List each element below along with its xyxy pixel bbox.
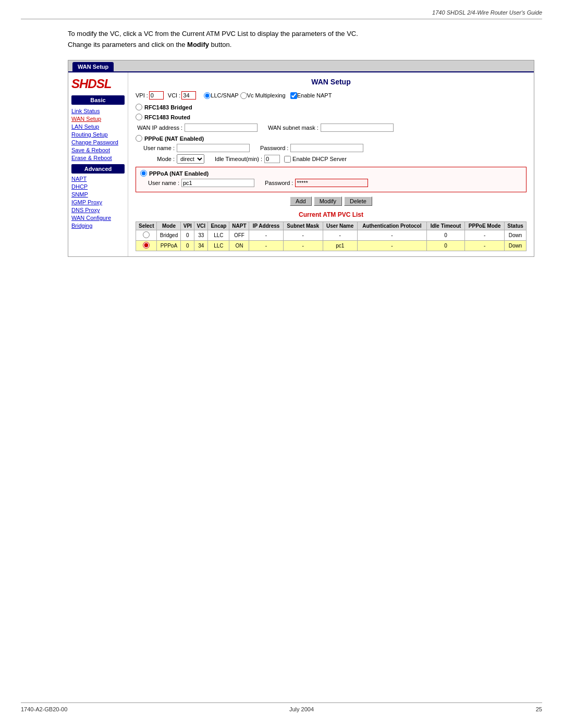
atm-table-head: Select Mode VPI VCI Encap NAPT IP Addres… — [136, 222, 527, 230]
pppoa-radio[interactable] — [140, 170, 147, 177]
napt-cell-2: ON — [229, 241, 249, 251]
sidebar-item-lan-setup[interactable]: LAN Setup — [71, 124, 125, 130]
action-buttons: Add Modify Delete — [136, 196, 527, 206]
logo: SHDSL — [71, 77, 111, 91]
col-subnet: Subnet Mask — [283, 222, 323, 230]
vci-input[interactable] — [181, 91, 196, 100]
col-select: Select — [136, 222, 157, 230]
col-ip: IP Address — [249, 222, 283, 230]
pppoa-pwd-label: Password : — [265, 180, 293, 186]
llcsnap-radio[interactable] — [204, 92, 211, 99]
pppoa-header: PPPoA (NAT Enabled) — [140, 170, 522, 177]
sidebar-item-change-password[interactable]: Change Password — [71, 139, 125, 145]
pppoa-user-input[interactable] — [181, 179, 254, 187]
sidebar-item-routing-setup[interactable]: Routing Setup — [71, 131, 125, 138]
sidebar-item-dns-proxy[interactable]: DNS Proxy — [71, 207, 125, 213]
col-user: User Name — [323, 222, 357, 230]
wan-subnet-input[interactable] — [321, 124, 394, 132]
pppoe-radio[interactable] — [136, 135, 142, 142]
atm-table-body: Bridged 0 33 LLC OFF - - - - 0 - Down — [136, 230, 527, 251]
pppoa-pwd-input[interactable] — [295, 179, 368, 187]
col-encap: Encap — [208, 222, 229, 230]
pppoe-title: PPPoE (NAT Enabled) — [144, 135, 204, 142]
sidebar-item-wan-setup[interactable]: WAN Setup — [71, 116, 125, 122]
vc-mux-label: Vc Multiplexing — [247, 92, 286, 98]
sidebar-item-snmp[interactable]: SNMP — [71, 191, 125, 198]
col-pppoe-mode: PPPoE Mode — [465, 222, 505, 230]
sidebar-item-bridging[interactable]: Bridging — [71, 223, 125, 229]
footer-left: 1740-A2-GB20-00 — [21, 706, 67, 712]
page-header: 1740 SHDSL 2/4-Wire Router User's Guide — [432, 9, 542, 16]
pppoe-header: PPPoE (NAT Enabled) — [136, 135, 527, 142]
encap-cell-1: LLC — [208, 230, 229, 241]
wan-setup-tab[interactable]: WAN Setup — [72, 62, 114, 71]
basic-button[interactable]: Basic — [71, 95, 125, 105]
intro-line3: button. — [209, 41, 231, 48]
col-mode: Mode — [157, 222, 181, 230]
wan-subnet-label: WAN subnet mask : — [268, 125, 319, 131]
content-area: SHDSL Basic Link Status WAN Setup LAN Se… — [68, 72, 534, 256]
pppoe-mode-cell-1: - — [465, 230, 505, 241]
logo-area: SHDSL — [71, 77, 125, 91]
advanced-button[interactable]: Advanced — [71, 164, 125, 174]
pppoa-user-label: User name : — [140, 180, 179, 186]
sidebar-item-igmp-proxy[interactable]: IGMP Proxy — [71, 199, 125, 205]
encap-cell-2: LLC — [208, 241, 229, 251]
enable-napt-checkbox[interactable] — [290, 92, 297, 99]
pppoe-mode-cell-2: - — [465, 241, 505, 251]
rfc1483-bridged-section: RFC1483 Bridged — [136, 104, 527, 110]
screenshot-box: WAN Setup SHDSL Basic Link Status WAN Se… — [68, 60, 534, 257]
vpi-vci-row: VPI : VCI : LLC/SNAP Vc Multiplexing Ena… — [136, 91, 527, 100]
rfc1483-bridged-radio[interactable] — [136, 104, 142, 110]
pppoa-user-row: User name : Password : — [140, 179, 522, 187]
footer-center: July 2004 — [289, 706, 314, 712]
user-cell-2: pc1 — [323, 241, 357, 251]
sidebar-item-link-status[interactable]: Link Status — [71, 108, 125, 114]
auth-cell-2: - — [357, 241, 427, 251]
wan-ip-row: WAN IP address : WAN subnet mask : — [136, 124, 527, 132]
add-button[interactable]: Add — [290, 196, 312, 206]
enable-dhcp-checkbox[interactable] — [284, 156, 291, 163]
atm-row1-radio[interactable] — [143, 231, 150, 238]
vpi-input[interactable] — [149, 91, 164, 100]
pppoe-pwd-label: Password : — [260, 145, 288, 151]
delete-button[interactable]: Delete — [344, 196, 372, 206]
rfc1483-routed-section: RFC1483 Routed — [136, 114, 527, 120]
wan-setup-title: WAN Setup — [136, 78, 527, 86]
sidebar: SHDSL Basic Link Status WAN Setup LAN Se… — [68, 72, 128, 256]
idle-input[interactable] — [264, 155, 280, 163]
user-cell-1: - — [323, 230, 357, 241]
atm-row2-radio[interactable] — [143, 242, 150, 249]
col-napt: NAPT — [229, 222, 249, 230]
pppoe-user-row: User name : Password : — [136, 144, 527, 152]
vpi-cell-1: 0 — [181, 230, 194, 241]
select-cell-2[interactable] — [136, 241, 157, 251]
vpi-label: VPI : — [136, 92, 148, 98]
table-row: PPPoA 0 34 LLC ON - - pc1 - 0 - Down — [136, 241, 527, 251]
pppoe-user-input[interactable] — [177, 144, 250, 152]
modify-button[interactable]: Modify — [314, 196, 342, 206]
rfc1483-routed-radio[interactable] — [136, 114, 142, 120]
sidebar-item-erase-reboot[interactable]: Erase & Reboot — [71, 155, 125, 161]
mode-cell-2: PPPoA — [157, 241, 181, 251]
sidebar-item-dhcp[interactable]: DHCP — [71, 183, 125, 190]
vc-mux-radio[interactable] — [240, 92, 247, 99]
ip-cell-1: - — [249, 230, 283, 241]
table-row: Bridged 0 33 LLC OFF - - - - 0 - Down — [136, 230, 527, 241]
sidebar-item-napt[interactable]: NAPT — [71, 176, 125, 182]
mode-select[interactable]: direct auto — [177, 154, 204, 164]
pppoe-pwd-input[interactable] — [290, 144, 363, 152]
select-cell-1[interactable] — [136, 230, 157, 241]
col-auth: Authentication Protocol — [357, 222, 427, 230]
vpi-cell-2: 0 — [181, 241, 194, 251]
vci-cell-2: 34 — [194, 241, 208, 251]
wan-ip-input[interactable] — [185, 124, 258, 132]
intro-line1: To modify the VC, click a VC from the Cu… — [68, 30, 358, 38]
sidebar-item-wan-configure[interactable]: WAN Configure — [71, 215, 125, 221]
status-cell-1: Down — [505, 230, 527, 241]
llcsnap-label: LLC/SNAP — [211, 92, 238, 98]
header-title: 1740 SHDSL 2/4-Wire Router User's Guide — [432, 9, 542, 16]
atm-table: Select Mode VPI VCI Encap NAPT IP Addres… — [136, 221, 527, 251]
sidebar-item-save-reboot[interactable]: Save & Reboot — [71, 147, 125, 153]
subnet-cell-1: - — [283, 230, 323, 241]
